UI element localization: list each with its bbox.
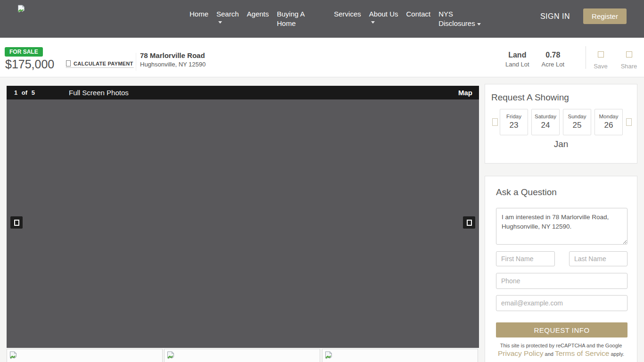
ask-question-card: Ask a Question I am interested in 78 Mar… [485, 176, 637, 362]
nav-item-nys-disclosures[interactable]: NYS Disclosures [438, 9, 485, 28]
register-button[interactable]: Register [583, 8, 627, 24]
terms-of-service-link[interactable]: Terms of Service [555, 349, 609, 357]
showing-day-option[interactable]: Sunday 25 [563, 109, 591, 135]
sign-in-link[interactable]: SIGN IN [540, 12, 570, 21]
month-label: Jan [485, 139, 637, 149]
recaptcha-text: and [545, 351, 553, 357]
showing-day-option[interactable]: Friday 23 [500, 109, 528, 135]
email-field[interactable] [496, 295, 627, 311]
fact-lot-size: 0.78 Acre Lot [542, 51, 564, 68]
day-name: Monday [595, 114, 622, 119]
broken-image-icon [9, 351, 17, 360]
nav-item-label: Agents [247, 10, 269, 18]
nav-item-label: Home [190, 10, 208, 18]
heart-save-icon [598, 51, 604, 58]
main-menu: Home Search Agents Buying A Home Service… [190, 9, 485, 28]
site-logo[interactable] [17, 5, 25, 16]
showing-day-option[interactable]: Saturday 24 [531, 109, 560, 135]
header-divider [136, 53, 136, 71]
top-navbar: Home Search Agents Buying A Home Service… [0, 0, 644, 38]
listing-price: $175,000 [5, 58, 54, 71]
recaptcha-text: apply. [611, 351, 624, 357]
nav-item-agents[interactable]: Agents [247, 9, 269, 19]
fact-label: Land Lot [505, 61, 529, 68]
save-label: Save [591, 63, 610, 70]
day-number: 24 [532, 121, 559, 130]
day-name: Saturday [532, 114, 559, 119]
fullscreen-photos-button[interactable]: Full Screen Photos [69, 86, 129, 99]
next-photo-button[interactable] [463, 216, 475, 229]
photo-thumbnail[interactable] [322, 349, 478, 362]
day-number: 25 [563, 121, 591, 130]
chevron-right-icon [467, 220, 472, 226]
first-name-field[interactable] [496, 251, 555, 266]
recaptcha-notice: This site is protected by reCAPTCHA and … [485, 343, 637, 358]
nav-item-about-us[interactable]: About Us [369, 9, 398, 24]
photo-toolbar: 1 of 5 Full Screen Photos Map [7, 86, 479, 99]
last-name-field[interactable] [569, 251, 627, 266]
address-line-1: 78 Marlorville Road [140, 51, 206, 59]
request-info-button[interactable]: REQUEST INFO [496, 322, 627, 337]
chevron-down-icon [477, 23, 481, 25]
address-line-2: Hughsonville, NY 12590 [140, 61, 206, 68]
fact-value: Land [505, 51, 529, 59]
showing-day-option[interactable]: Monday 26 [594, 109, 623, 135]
fact-label: Acre Lot [542, 61, 564, 68]
save-button[interactable]: Save [591, 51, 610, 70]
chevron-down-icon [218, 21, 222, 24]
fact-value: 0.78 [542, 51, 564, 59]
day-number: 23 [500, 121, 528, 130]
nav-auth-area: SIGN IN Register [540, 8, 627, 24]
status-badge: FOR SALE [5, 47, 43, 57]
nav-item-services[interactable]: Services [334, 9, 361, 19]
nav-item-label: Contact [406, 10, 430, 18]
calculate-payment-link[interactable]: CALCULATE PAYMENT [66, 60, 133, 68]
request-showing-title: Request A Showing [491, 92, 569, 103]
broken-image-icon [167, 351, 174, 360]
fact-property-type: Land Land Lot [505, 51, 529, 68]
share-label: Share [619, 63, 639, 70]
photo-viewer: 1 of 5 Full Screen Photos Map [7, 86, 479, 348]
map-button[interactable]: Map [458, 89, 472, 97]
nav-item-label: Services [334, 10, 361, 18]
nav-item-label: Search [216, 10, 239, 18]
calendar-previous-icon[interactable] [492, 118, 498, 126]
request-showing-card: Request A Showing Friday 23 Saturday 24 … [485, 84, 637, 164]
calculator-icon [66, 60, 71, 66]
nav-item-label: Buying A Home [277, 10, 304, 27]
chevron-down-icon [371, 21, 375, 24]
nav-item-home[interactable]: Home [190, 9, 208, 19]
photo-thumbnail[interactable] [7, 349, 163, 362]
photo-thumbnail[interactable] [164, 349, 320, 362]
header-divider [586, 46, 586, 69]
day-name: Sunday [563, 114, 591, 119]
chevron-left-icon [14, 220, 19, 226]
showing-days-row: Friday 23 Saturday 24 Sunday 25 Monday 2… [500, 109, 623, 135]
photo-counter: 1 of 5 [14, 89, 35, 96]
ask-question-title: Ask a Question [496, 187, 557, 197]
broken-image-icon [325, 351, 332, 360]
nav-item-search[interactable]: Search [216, 9, 239, 24]
broken-image-icon [17, 5, 25, 14]
listing-address: 78 Marlorville Road Hughsonville, NY 125… [140, 51, 206, 68]
privacy-policy-link[interactable]: Privacy Policy [498, 349, 543, 357]
message-textarea[interactable]: I am interested in 78 Marlorville Road, … [496, 208, 627, 245]
phone-field[interactable] [496, 273, 627, 289]
listing-header-bar: FOR SALE $175,000 CALCULATE PAYMENT 78 M… [0, 38, 644, 77]
nav-item-contact[interactable]: Contact [406, 9, 430, 19]
calculate-payment-label: CALCULATE PAYMENT [74, 61, 133, 66]
recaptcha-text: This site is protected by reCAPTCHA and … [485, 343, 637, 348]
share-icon [626, 51, 632, 58]
listing-facts: Land Land Lot 0.78 Acre Lot [505, 51, 564, 68]
photo-main-image [7, 99, 479, 348]
previous-photo-button[interactable] [10, 216, 23, 229]
calendar-next-icon[interactable] [626, 118, 632, 126]
nav-item-label: About Us [369, 10, 398, 18]
nav-item-buying-a-home[interactable]: Buying A Home [277, 9, 314, 28]
day-number: 26 [595, 121, 622, 130]
share-button[interactable]: Share [619, 51, 639, 70]
nav-item-label: NYS Disclosures [438, 10, 475, 27]
day-name: Friday [500, 114, 528, 119]
